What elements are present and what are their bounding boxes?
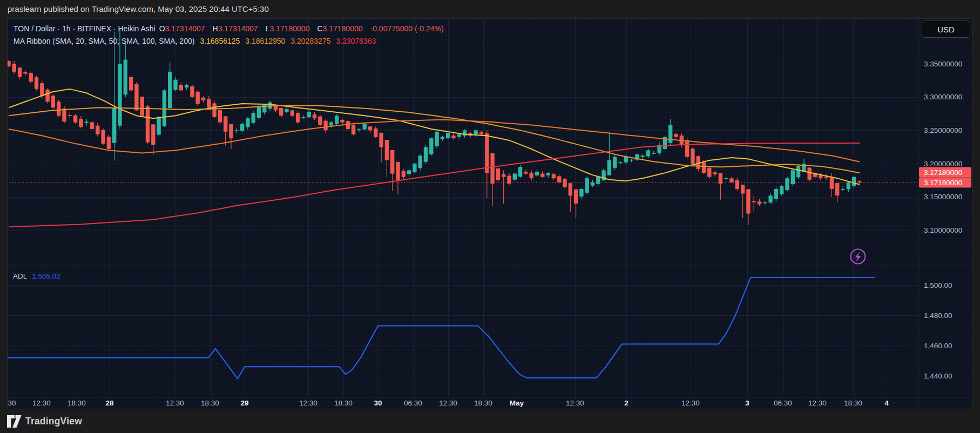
svg-text:4: 4 <box>884 399 889 407</box>
svg-text:3.35000000: 3.35000000 <box>924 60 962 68</box>
chart-canvas[interactable]: 3.350000003.300000003.250000003.20000000… <box>7 18 972 409</box>
svg-text:18:30: 18:30 <box>844 399 862 407</box>
ma-value-1: 3.18612950 <box>245 37 285 45</box>
svg-text:12:30: 12:30 <box>439 399 457 407</box>
svg-text:18:30: 18:30 <box>474 399 492 407</box>
currency-label: USD <box>937 25 955 34</box>
svg-text:3.10000000: 3.10000000 <box>924 226 962 234</box>
svg-text:12:30: 12:30 <box>681 399 700 407</box>
adl-value: 1,505.02 <box>32 272 60 280</box>
ohlc-c: C3.17180000 <box>317 24 366 33</box>
price-change: -0.00775000 (-0.24%) <box>370 24 444 33</box>
svg-text:30: 30 <box>374 399 382 407</box>
adl-label: ADL <box>13 272 27 280</box>
svg-text:28: 28 <box>105 399 114 407</box>
share-bar-text: praslearn published on TradingView.com, … <box>8 4 269 13</box>
svg-text:3.15000000: 3.15000000 <box>924 193 962 201</box>
indicator-name: MA Ribbon (SMA, 20, SMA, 50, SMA, 100, S… <box>13 37 194 45</box>
svg-text:12:30: 12:30 <box>32 399 51 407</box>
tradingview-snapshot: praslearn published on TradingView.com, … <box>0 0 980 433</box>
svg-text:3.20000000: 3.20000000 <box>924 160 962 168</box>
svg-text:30: 30 <box>8 399 16 407</box>
symbol-header-row[interactable]: TON / Dollar · 1h · BITFINEX · Heikin As… <box>13 24 448 33</box>
svg-text:3.25000000: 3.25000000 <box>924 126 962 134</box>
ohlc-l: L3.17180000 <box>266 24 314 33</box>
ohlc-h: H3.17314007 <box>213 24 262 33</box>
svg-text:2: 2 <box>624 399 628 407</box>
svg-text:1,480.00: 1,480.00 <box>924 312 952 320</box>
tradingview-logo-text[interactable]: TradingView <box>25 416 82 427</box>
svg-text:12:30: 12:30 <box>299 399 317 407</box>
ohlc-o: O3.17314007 <box>159 24 209 33</box>
ma-value-0: 3.16856125 <box>200 37 240 45</box>
svg-text:18:30: 18:30 <box>201 399 219 407</box>
svg-text:12:30: 12:30 <box>166 399 184 407</box>
svg-text:12:30: 12:30 <box>808 399 827 407</box>
brand-footer: TradingView <box>0 409 980 433</box>
svg-text:06:30: 06:30 <box>404 399 422 407</box>
share-bar: praslearn published on TradingView.com, … <box>0 0 980 18</box>
svg-text:18:30: 18:30 <box>67 399 86 407</box>
svg-text:3: 3 <box>745 399 749 407</box>
svg-text:1,500.00: 1,500.00 <box>924 281 952 289</box>
svg-text:3.30000000: 3.30000000 <box>924 93 962 101</box>
symbol-title: TON / Dollar · 1h · BITFINEX · Heikin As… <box>13 24 156 33</box>
ma-value-3: 3.23078363 <box>336 37 376 45</box>
tradingview-logo-icon[interactable] <box>7 415 22 428</box>
last-price-badge: 3.171800003.17180000 <box>919 167 971 187</box>
indicator-header-row[interactable]: MA Ribbon (SMA, 20, SMA, 50, SMA, 100, S… <box>13 37 381 45</box>
svg-text:3.17180000: 3.17180000 <box>924 168 962 177</box>
svg-text:18:30: 18:30 <box>334 399 353 407</box>
svg-text:12:30: 12:30 <box>566 399 584 407</box>
svg-text:3.17180000: 3.17180000 <box>924 179 962 187</box>
dot-grid-texture <box>7 18 972 409</box>
adl-indicator-row[interactable]: ADL1,505.02 <box>13 272 60 280</box>
svg-text:1,440.00: 1,440.00 <box>924 372 952 380</box>
currency-toggle-button[interactable]: USD <box>922 21 970 38</box>
svg-text:29: 29 <box>240 399 248 407</box>
svg-text:1,460.00: 1,460.00 <box>924 342 952 350</box>
svg-text:06:30: 06:30 <box>774 399 792 407</box>
svg-text:May: May <box>510 399 524 407</box>
ma-value-2: 3.20283275 <box>290 37 330 45</box>
